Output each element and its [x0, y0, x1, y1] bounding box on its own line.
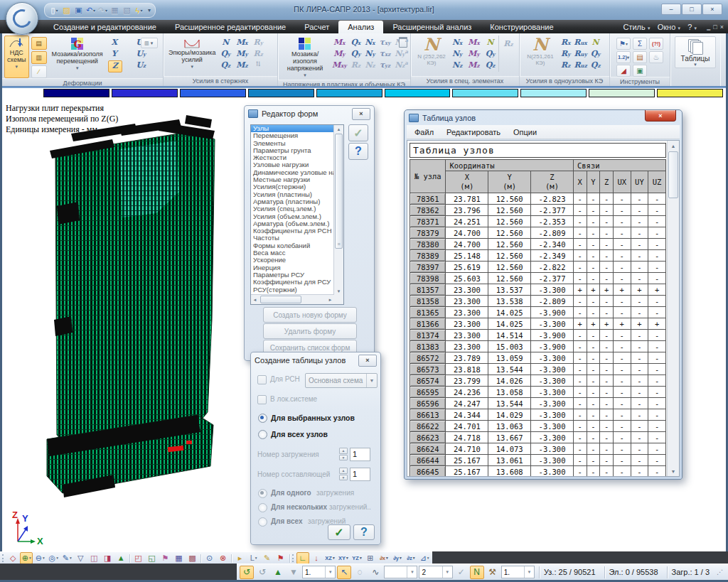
selected-nodes-radio[interactable]: [258, 414, 267, 423]
result-symbol-button[interactable]: τyz: [380, 60, 391, 72]
undo-icon[interactable]: ↶▾: [85, 5, 96, 16]
result-symbol-button[interactable]: Ny: [452, 49, 462, 60]
result-symbol-button[interactable]: Ruy: [574, 49, 587, 60]
form-list-item[interactable]: Параметры грунта: [251, 147, 334, 154]
result-symbol-button[interactable]: X: [111, 38, 117, 49]
result-symbol-button[interactable]: Qy: [351, 49, 361, 60]
palette-icon[interactable]: ▤: [633, 51, 647, 63]
norm-check-icon[interactable]: N: [470, 566, 484, 579]
result-symbol-button[interactable]: Rz: [561, 60, 570, 72]
build-icon[interactable]: ⚒: [486, 566, 500, 579]
dynamic-select-icon[interactable]: ∿: [368, 566, 382, 579]
toolbar-drag-handle[interactable]: [292, 554, 294, 562]
menu-window[interactable]: Окно▼: [658, 23, 682, 31]
result-symbol-button[interactable]: Rz: [351, 60, 361, 72]
delete-form-button[interactable]: Удалить форму: [263, 323, 357, 339]
axis-z-button[interactable]: Z: [108, 60, 122, 72]
apply-form-button[interactable]: ✓: [348, 124, 368, 141]
update-model-icon[interactable]: ▦: [109, 5, 120, 16]
result-symbol-button[interactable]: ⇅: [254, 60, 263, 72]
result-symbol-button[interactable]: Mz: [236, 60, 247, 72]
sum-icon[interactable]: Σ: [633, 38, 647, 50]
result-symbol-button[interactable]: Mx: [468, 38, 479, 49]
model-canvas[interactable]: Нагрузки плит перекрытия Изополя перемещ…: [2, 99, 726, 551]
result-symbol-button[interactable]: Qy: [220, 49, 230, 60]
resize-grip[interactable]: ⋰: [717, 568, 725, 576]
zoom-original-icon[interactable]: ◎▾: [47, 552, 60, 564]
result-symbol-button[interactable]: Mx: [332, 38, 346, 49]
result-symbol-button[interactable]: Ruz: [574, 60, 587, 72]
all-loadcases-radio[interactable]: [258, 517, 267, 527]
scroll-down-icon[interactable]: ▼: [334, 287, 343, 295]
scroll-thumb[interactable]: [260, 296, 301, 303]
zoom-out-icon[interactable]: ⊖▾: [33, 552, 46, 564]
form-list-item[interactable]: РСУ(стержни): [251, 286, 334, 293]
one-loadcase-radio[interactable]: [258, 489, 267, 498]
restore-view-icon[interactable]: ▲: [114, 552, 127, 564]
redo-selection-icon[interactable]: ↺: [255, 566, 269, 579]
result-symbol-button[interactable]: Mx: [236, 38, 247, 49]
result-symbol-button[interactable]: Qz: [591, 60, 601, 72]
result-symbol-button[interactable]: Qy: [591, 49, 601, 60]
form-list-item[interactable]: Параметры РСУ: [251, 271, 334, 279]
displacement-mosaic-button[interactable]: G Мозаика/изополя перемещений▼: [49, 36, 106, 78]
tab-Расчет[interactable]: Расчет: [295, 20, 338, 33]
menu-style[interactable]: Стиль▼: [623, 23, 651, 31]
form-list-item[interactable]: Частоты: [251, 235, 334, 242]
model-3d-view[interactable]: [28, 107, 242, 505]
flag-icon[interactable]: ⚑: [274, 552, 287, 564]
status-combo[interactable]: 1.▼: [501, 566, 535, 578]
select-results-icon[interactable]: ⚑▾: [616, 38, 631, 50]
menu-file[interactable]: Файл: [408, 128, 440, 136]
down-level-icon[interactable]: ▼: [287, 566, 301, 579]
doc-minimize-button[interactable]: ‗: [707, 23, 710, 31]
result-symbol-button[interactable]: Qy: [486, 49, 496, 60]
form-list-item[interactable]: Динамические узловые нагр: [251, 169, 334, 176]
several-loadcases-radio[interactable]: [258, 503, 267, 512]
result-symbol-button[interactable]: Rz: [254, 49, 263, 60]
scroll-down-icon[interactable]: ▼: [668, 466, 679, 476]
proj-xy-icon[interactable]: XY▾: [337, 552, 350, 564]
form-editor-titlebar[interactable]: Редактор форм ×: [245, 106, 374, 122]
doc-close-button[interactable]: ×: [720, 23, 724, 31]
axis-y-button[interactable]: Y: [108, 49, 121, 60]
displacement-uy-button[interactable]: Uy: [134, 49, 147, 60]
menu-help[interactable]: ?▼: [687, 23, 697, 31]
polygon-selection-icon[interactable]: ◇: [6, 552, 19, 564]
coord-axes-icon[interactable]: ∟: [296, 552, 309, 564]
numbering-icon[interactable]: 1.2)▾: [616, 51, 631, 63]
result-symbol-button[interactable]: N: [486, 38, 496, 49]
scheme-combo[interactable]: Основная схема▼: [305, 373, 378, 388]
save-icon[interactable]: ▣: [73, 5, 84, 16]
result-symbol-button[interactable]: N: [591, 38, 601, 49]
component-value[interactable]: 1: [350, 468, 370, 481]
lasso-icon[interactable]: ◌: [353, 566, 367, 579]
tab-Конструирование[interactable]: Конструирование: [481, 20, 562, 33]
mesh-cube-icon[interactable]: ▦: [172, 552, 185, 564]
qat-overflow-icon[interactable]: ▾: [148, 7, 151, 14]
form-list-item[interactable]: Местные нагрузки: [251, 176, 334, 183]
form-list-item[interactable]: Коэффициенты для РСН: [251, 227, 334, 235]
node-pointer-icon[interactable]: ↖: [337, 566, 351, 579]
unfragment-icon[interactable]: ⚑: [159, 552, 171, 564]
result-symbol-button[interactable]: Nya: [395, 49, 408, 60]
nds-scheme-button[interactable]: НДС схемы▼: [4, 36, 29, 78]
result-symbol-button[interactable]: Qx: [351, 38, 361, 49]
form-list-item[interactable]: Усилия (спец.элем.): [251, 205, 334, 212]
form-list[interactable]: УзлыПеремещенияЭлементыПараметры грунтаЖ…: [250, 124, 344, 305]
status-combo[interactable]: ▼: [384, 566, 417, 578]
close-button[interactable]: ×: [702, 4, 722, 15]
result-symbol-button[interactable]: Rx: [561, 38, 570, 49]
grid-icon[interactable]: ⊞: [364, 552, 377, 564]
special-n-button[interactable]: N N (252,262 КЭ): [413, 36, 450, 72]
local-axes-icon[interactable]: L▾: [247, 552, 260, 564]
result-symbol-button[interactable]: Nz: [452, 60, 462, 72]
isometric-view-icon[interactable]: ⊿▾: [418, 552, 431, 564]
arrow-down-icon[interactable]: ↓: [310, 552, 323, 564]
result-symbol-button[interactable]: Qz: [220, 60, 230, 72]
color-cube-icon[interactable]: ▩: [186, 552, 198, 564]
select-frame-green-icon[interactable]: ◱: [145, 552, 158, 564]
form-list-hscrollbar[interactable]: ◄ ►: [251, 294, 334, 304]
deformed-scheme-button[interactable]: ▥: [31, 51, 47, 64]
create-form-button[interactable]: Создать новую форму: [263, 307, 357, 323]
